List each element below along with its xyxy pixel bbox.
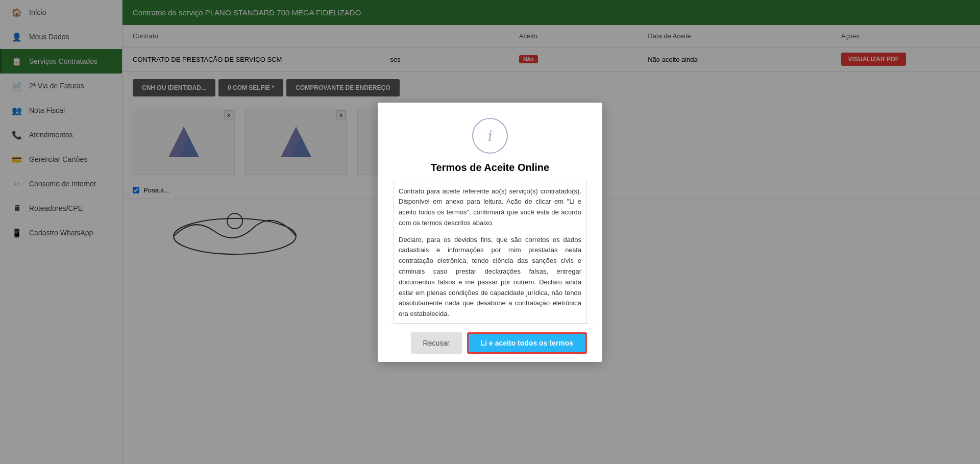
modal-footer: Recusar Li e aceito todos os termos: [378, 324, 602, 362]
modal-title: Termos de Aceite Online: [431, 162, 549, 174]
modal-para2: Declaro, para os devidos fins, que são c…: [399, 235, 581, 320]
aceitar-button[interactable]: Li e aceito todos os termos: [467, 332, 587, 354]
recusar-button[interactable]: Recusar: [411, 332, 462, 354]
modal-info-icon: i: [472, 118, 508, 154]
modal-body: i Termos de Aceite Online Contrato para …: [378, 103, 602, 324]
modal-text-content[interactable]: Contrato para aceite referente ao(s) ser…: [393, 181, 587, 324]
terms-modal: i Termos de Aceite Online Contrato para …: [378, 103, 602, 362]
modal-para1: Contrato para aceite referente ao(s) ser…: [399, 186, 581, 229]
modal-overlay[interactable]: i Termos de Aceite Online Contrato para …: [0, 0, 980, 464]
info-letter: i: [488, 126, 493, 145]
